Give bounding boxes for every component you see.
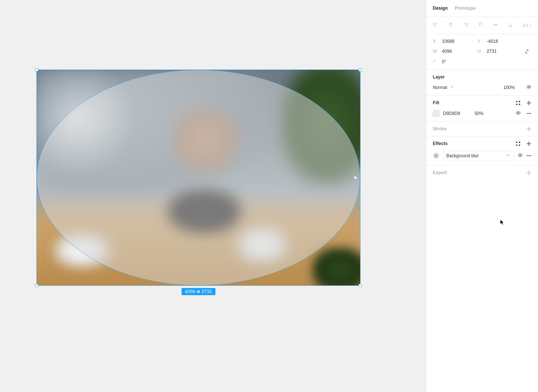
selected-frame[interactable]: 4096 2731 (37, 70, 360, 285)
rotation-value: 0° (442, 59, 446, 64)
chevron-down-icon (450, 84, 455, 91)
layer-title: Layer (433, 74, 531, 80)
layer-section: Layer Normal 100% (426, 70, 538, 96)
svg-point-3 (520, 154, 521, 156)
fill-opacity-field[interactable]: 50% (475, 111, 492, 116)
layer-opacity-value: 100% (503, 85, 515, 90)
layer-opacity-field[interactable]: 100% (503, 85, 526, 90)
h-value: 2731 (487, 49, 497, 54)
remove-effect-icon[interactable] (526, 153, 531, 158)
fill-section: Fill D9D9D9 50% (426, 96, 538, 122)
effect-visibility-icon[interactable] (518, 153, 523, 159)
x-field[interactable]: X 10688 (433, 39, 478, 44)
add-effect-icon[interactable] (526, 141, 531, 146)
remove-fill-icon[interactable] (526, 111, 531, 116)
fill-title: Fill (433, 100, 439, 106)
effect-settings-icon[interactable] (433, 152, 439, 159)
export-section: Export (426, 165, 538, 180)
h-field[interactable]: H 2731 (478, 49, 522, 54)
h-label: H (478, 49, 483, 54)
rotation-icon (433, 59, 438, 65)
fill-opacity-value: 50% (475, 111, 483, 116)
align-left-icon[interactable] (433, 22, 438, 29)
fill-hex-field[interactable]: D9D9D9 (443, 111, 471, 116)
effect-type-select[interactable]: Background blur (443, 151, 514, 161)
y-field[interactable]: Y -4018 (478, 39, 522, 44)
ellipse-arc-handle[interactable] (354, 176, 357, 179)
inspector-panel: Design Prototype X 10688 Y -4018 W (426, 0, 538, 392)
svg-point-0 (528, 86, 530, 88)
badge-separator-icon (197, 291, 200, 293)
stroke-section: Stroke (426, 122, 538, 136)
fill-visibility-icon[interactable] (516, 110, 521, 117)
resize-handle-se[interactable] (359, 284, 362, 287)
x-label: X (433, 39, 438, 44)
w-field[interactable]: W 4096 (433, 49, 478, 54)
x-value: 10688 (442, 39, 454, 44)
effect-type-value: Background blur (446, 153, 479, 159)
align-tools (426, 17, 538, 34)
resize-handle-ne[interactable] (359, 68, 362, 71)
rotation-field[interactable]: 0° (433, 59, 478, 65)
tab-design[interactable]: Design (433, 6, 448, 11)
effects-section: Effects Background blur (426, 136, 538, 165)
export-title: Export (433, 170, 447, 175)
visibility-toggle-icon[interactable] (526, 84, 531, 91)
effects-styles-icon[interactable] (516, 141, 521, 146)
chevron-down-icon (506, 153, 511, 159)
constrain-proportions-icon[interactable] (522, 49, 531, 54)
fill-hex-value: D9D9D9 (443, 111, 460, 116)
stroke-title: Stroke (433, 126, 447, 132)
fill-swatch[interactable] (433, 110, 439, 117)
add-export-icon[interactable] (526, 170, 531, 175)
y-value: -4018 (487, 39, 498, 44)
blend-mode-select[interactable]: Normal (433, 84, 503, 91)
tab-prototype[interactable]: Prototype (455, 6, 476, 11)
badge-width: 4096 (185, 289, 195, 294)
transform-section: X 10688 Y -4018 W 4096 H 2731 (426, 34, 538, 70)
align-top-icon[interactable] (478, 22, 483, 29)
align-right-icon[interactable] (463, 22, 468, 29)
background-image (37, 70, 360, 285)
fill-styles-icon[interactable] (516, 100, 521, 106)
resize-handle-sw[interactable] (35, 284, 38, 287)
w-value: 4096 (442, 49, 452, 54)
align-more-icon[interactable] (523, 23, 531, 28)
badge-height: 2731 (201, 289, 212, 294)
svg-point-1 (518, 112, 519, 113)
align-vcenter-icon[interactable] (493, 22, 498, 29)
add-stroke-icon[interactable] (526, 126, 531, 132)
y-label: Y (478, 39, 483, 44)
add-fill-icon[interactable] (526, 100, 531, 106)
align-hcenter-icon[interactable] (448, 22, 453, 29)
resize-handle-nw[interactable] (35, 68, 38, 71)
align-bottom-icon[interactable] (508, 22, 513, 29)
selection-dimensions-badge: 4096 2731 (182, 288, 216, 295)
panel-tabs: Design Prototype (426, 0, 538, 17)
blend-mode-value: Normal (433, 85, 447, 90)
w-label: W (433, 49, 438, 54)
svg-point-2 (435, 155, 437, 157)
canvas[interactable]: 4096 2731 (0, 0, 426, 392)
blur-ellipse-layer[interactable] (37, 70, 360, 285)
effects-title: Effects (433, 141, 448, 146)
